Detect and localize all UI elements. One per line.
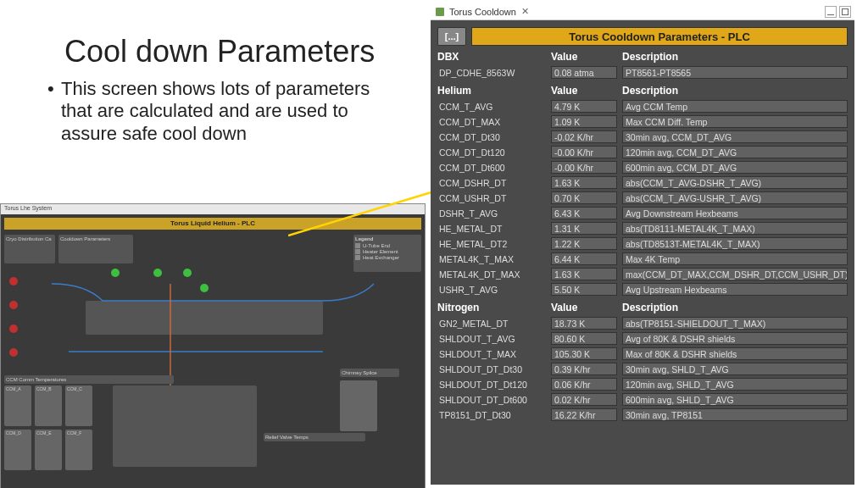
- parameter-row: SHLDOUT_DT_Dt300.39 K/hr30min avg, SHLD_…: [437, 362, 848, 376]
- parameter-row: TP8151_DT_Dt3016.22 K/hr30min avg, TP815…: [437, 408, 848, 422]
- ccm-box: CCM_A: [4, 385, 31, 426]
- parameter-row: CCM_USHR_DT0.70 Kabs(CCM_T_AVG-USHR_T_AV…: [437, 191, 848, 205]
- tab-title: Torus Cooldown: [449, 7, 516, 17]
- param-name: CCM_USHR_DT: [437, 193, 551, 203]
- param-name: CCM_DT_MAX: [437, 117, 551, 127]
- section: NitrogenValueDescriptionGN2_METAL_DT18.7…: [437, 302, 848, 422]
- ccm-box: CCM_D: [4, 430, 31, 470]
- torus-cooldown-panel: Torus Cooldown ✕ [...] Torus Cooldown Pa…: [431, 3, 854, 485]
- param-desc: 30min avg, SHLD_T_AVG: [622, 363, 848, 375]
- param-name: HE_METAL_DT: [437, 224, 551, 234]
- section-header: HeliumValueDescription: [437, 85, 848, 97]
- parameter-row: USHR_T_AVG5.50 KAvg Upstream Hexbeams: [437, 282, 848, 297]
- param-value: -0.00 K/hr: [551, 146, 617, 158]
- parameter-row: CCM_DSHR_DT1.63 Kabs(CCM_T_AVG-DSHR_T_AV…: [437, 175, 848, 190]
- parameter-row: CCM_T_AVG4.79 KAvg CCM Temp: [437, 99, 848, 114]
- ccm-temps-header: CCM Comm Temperatures: [4, 375, 174, 384]
- param-value: 16.22 K/hr: [551, 408, 617, 421]
- parameter-row: METAL4K_DT_MAX1.63 Kmax(CCM_DT_MAX,CCM_D…: [437, 267, 848, 281]
- param-desc: 600min avg, SHLD_T_AVG: [622, 393, 848, 406]
- chimney-splice-header: Chimney Splice: [340, 369, 399, 377]
- thumb-titlebar: Torus Lhe System: [1, 204, 425, 214]
- param-value: 6.43 K: [551, 207, 617, 219]
- section-title: Helium: [437, 85, 551, 97]
- param-name: SHLDOUT_DT_Dt600: [437, 395, 551, 405]
- param-name: CCM_DT_Dt600: [437, 163, 551, 173]
- param-name: CCM_DSHR_DT: [437, 178, 551, 188]
- chimney-box: [340, 380, 377, 431]
- column-header-desc: Description: [622, 302, 848, 313]
- panel-body: [...] Torus Cooldown Parameters - PLC DB…: [431, 20, 854, 485]
- param-desc: Avg CCM Temp: [622, 100, 848, 113]
- param-name: SHLDOUT_DT_Dt30: [437, 364, 551, 374]
- param-desc: abs(TD8111-METAL4K_T_MAX): [622, 222, 848, 235]
- param-desc: 120min avg, CCM_DT_AVG: [622, 146, 848, 158]
- param-value: 1.22 K: [551, 237, 617, 250]
- parameters-sections: DBXValueDescriptionDP_CDHE_8563W0.08 atm…: [437, 51, 848, 422]
- section-title: DBX: [437, 51, 551, 63]
- param-name: METAL4K_T_MAX: [437, 254, 551, 264]
- param-name: CCM_T_AVG: [437, 102, 551, 112]
- parameter-row: DSHR_T_AVG6.43 KAvg Downstream Hexbeams: [437, 206, 848, 220]
- maximize-button[interactable]: [839, 6, 851, 18]
- param-value: 18.73 K: [551, 317, 617, 330]
- relief-valve-header: Relief Valve Temps: [264, 433, 365, 441]
- slide-content: Cool down Parameters This screen shows l…: [0, 0, 431, 488]
- param-name: DSHR_T_AVG: [437, 208, 551, 219]
- parameter-row: DP_CDHE_8563W0.08 atmaPT8561-PT8565: [437, 65, 848, 80]
- param-desc: Max CCM Diff. Temp: [622, 115, 848, 128]
- schematic-block: [113, 385, 257, 467]
- param-name: SHLDOUT_T_MAX: [437, 349, 551, 359]
- parameter-row: CCM_DT_MAX1.09 KMax CCM Diff. Temp: [437, 114, 848, 129]
- param-name: TP8151_DT_Dt30: [437, 410, 551, 420]
- param-name: SHLDOUT_DT_Dt120: [437, 380, 551, 390]
- param-value: 1.09 K: [551, 115, 617, 128]
- param-desc: Avg Downstream Hexbeams: [622, 207, 848, 219]
- param-value: 0.08 atma: [551, 66, 617, 79]
- param-desc: abs(CCM_T_AVG-USHR_T_AVG): [622, 191, 848, 204]
- param-value: 1.63 K: [551, 176, 617, 189]
- param-value: 1.63 K: [551, 268, 617, 280]
- param-value: 80.60 K: [551, 332, 617, 345]
- section-title: Nitrogen: [437, 302, 551, 313]
- column-header-desc: Description: [622, 51, 848, 63]
- piping-diagram-icon: [1, 233, 425, 385]
- app-icon: [434, 6, 446, 18]
- parameter-row: CCM_DT_Dt120-0.00 K/hr120min avg, CCM_DT…: [437, 145, 848, 159]
- minimize-button[interactable]: [825, 6, 837, 18]
- section-header: NitrogenValueDescription: [437, 302, 848, 313]
- thumb-body: Cryo Distribution Ca Cooldown Parameters…: [1, 233, 425, 488]
- panel-title-bar: Torus Cooldown Parameters - PLC: [471, 27, 848, 46]
- column-header-value: Value: [551, 302, 622, 313]
- panel-header: [...] Torus Cooldown Parameters - PLC: [437, 27, 848, 46]
- param-desc: abs(CCM_T_AVG-DSHR_T_AVG): [622, 176, 848, 189]
- param-value: 0.70 K: [551, 191, 617, 204]
- ccm-box: CCM_B: [35, 385, 62, 426]
- bullet-list: This screen shows lots of parameters tha…: [34, 78, 431, 145]
- parameter-row: HE_METAL_DT1.31 Kabs(TD8111-METAL4K_T_MA…: [437, 221, 848, 236]
- param-desc: Max of 80K & DSHR shields: [622, 347, 848, 360]
- expand-button[interactable]: [...]: [437, 27, 466, 46]
- tab-close-icon[interactable]: ✕: [521, 6, 529, 17]
- thumb-gold-header: Torus Liquid Helium - PLC: [4, 218, 421, 230]
- ccm-box: CCM_F: [65, 430, 92, 470]
- parameter-row: SHLDOUT_T_MAX105.30 KMax of 80K & DSHR s…: [437, 347, 848, 361]
- parameter-row: SHLDOUT_DT_Dt6000.02 K/hr600min avg, SHL…: [437, 392, 848, 407]
- param-desc: 600min avg, CCM_DT_AVG: [622, 161, 848, 174]
- param-desc: Avg of 80K & DSHR shields: [622, 332, 848, 345]
- param-name: USHR_T_AVG: [437, 285, 551, 295]
- parameter-row: METAL4K_T_MAX6.44 KMax 4K Temp: [437, 252, 848, 266]
- plc-screenshot-thumbnail: Torus Lhe System Torus Liquid Helium - P…: [0, 203, 426, 488]
- param-value: 0.02 K/hr: [551, 393, 617, 406]
- parameter-row: CCM_DT_Dt30-0.02 K/hr30min avg, CCM_DT_A…: [437, 130, 848, 144]
- parameter-row: SHLDOUT_DT_Dt1200.06 K/hr120min avg, SHL…: [437, 377, 848, 391]
- column-header-value: Value: [551, 51, 622, 63]
- param-desc: 30min avg, TP8151: [622, 408, 848, 421]
- param-desc: 120min avg, SHLD_T_AVG: [622, 378, 848, 391]
- parameter-row: GN2_METAL_DT18.73 Kabs(TP8151-SHIELDOUT_…: [437, 316, 848, 330]
- panel-titlebar: Torus Cooldown ✕: [431, 3, 854, 20]
- param-name: CCM_DT_Dt30: [437, 132, 551, 142]
- param-desc: max(CCM_DT_MAX,CCM_DSHR_DT,CCM_USHR_DT): [622, 268, 848, 280]
- param-name: SHLDOUT_T_AVG: [437, 334, 551, 344]
- bullet-item: This screen shows lots of parameters tha…: [47, 78, 387, 145]
